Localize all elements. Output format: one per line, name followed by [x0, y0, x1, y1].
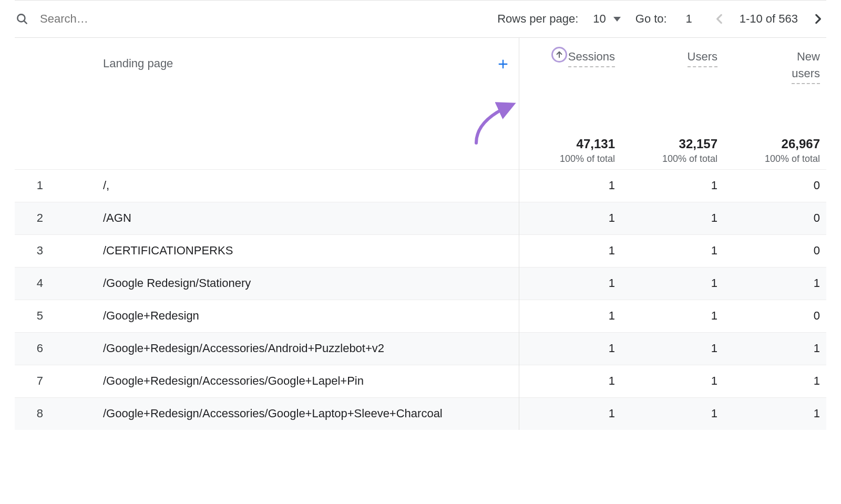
cell-users: 1	[621, 234, 724, 267]
landing-page-path[interactable]: /,	[56, 169, 519, 202]
next-page-button[interactable]	[809, 11, 826, 27]
table-row[interactable]: 4/Google Redesign/Stationery111	[15, 267, 826, 300]
search-icon[interactable]	[15, 12, 29, 26]
cell-users: 1	[621, 169, 724, 202]
cell-sessions: 1	[519, 169, 621, 202]
dropdown-icon	[613, 17, 621, 22]
table-row[interactable]: 3/CERTIFICATIONPERKS110	[15, 234, 826, 267]
table-toolbar: Rows per page: 10 Go to: 1-10 of 563	[15, 0, 826, 38]
cell-users: 1	[621, 332, 724, 365]
column-header-sessions-label: Sessions	[568, 48, 615, 67]
table-row[interactable]: 5/Google+Redesign110	[15, 300, 826, 332]
column-header-sessions[interactable]: Sessions	[519, 38, 621, 132]
cell-new-users: 0	[724, 202, 826, 234]
cell-new-users: 1	[724, 365, 826, 397]
landing-page-path[interactable]: /Google+Redesign/Accessories/Android+Puz…	[56, 332, 519, 365]
row-index: 1	[15, 169, 56, 202]
cell-new-users: 1	[724, 397, 826, 430]
cell-new-users: 0	[724, 234, 826, 267]
landing-page-path[interactable]: /Google Redesign/Stationery	[56, 267, 519, 300]
row-index: 2	[15, 202, 56, 234]
total-new-users: 26,967	[730, 137, 820, 151]
landing-page-path[interactable]: /Google+Redesign	[56, 300, 519, 332]
totals-row: 47,131100% of total32,157100% of total26…	[15, 132, 826, 169]
column-header-users-label: Users	[688, 48, 717, 67]
row-index: 5	[15, 300, 56, 332]
table-row[interactable]: 7/Google+Redesign/Accessories/Google+Lap…	[15, 365, 826, 397]
row-index: 4	[15, 267, 56, 300]
cell-sessions: 1	[519, 365, 621, 397]
cell-users: 1	[621, 397, 724, 430]
cell-sessions: 1	[519, 202, 621, 234]
rows-per-page-label: Rows per page:	[497, 12, 578, 26]
table-row[interactable]: 2/AGN110	[15, 202, 826, 234]
cell-new-users: 0	[724, 169, 826, 202]
svg-line-1	[24, 20, 26, 23]
cell-users: 1	[621, 202, 724, 234]
page-range-label: 1-10 of 563	[740, 12, 798, 26]
cell-users: 1	[621, 365, 724, 397]
landing-page-path[interactable]: /Google+Redesign/Accessories/Google+Lapt…	[56, 397, 519, 430]
goto-input[interactable]	[679, 12, 700, 26]
goto-label: Go to:	[635, 12, 667, 26]
row-index: 8	[15, 397, 56, 430]
cell-new-users: 1	[724, 332, 826, 365]
total-users: 32,157	[628, 137, 717, 151]
cell-sessions: 1	[519, 397, 621, 430]
cell-sessions: 1	[519, 267, 621, 300]
cell-users: 1	[621, 300, 724, 332]
landing-page-path[interactable]: /AGN	[56, 202, 519, 234]
column-header-users[interactable]: Users	[621, 38, 724, 132]
row-index: 7	[15, 365, 56, 397]
row-index: 3	[15, 234, 56, 267]
cell-users: 1	[621, 267, 724, 300]
landing-page-path[interactable]: /CERTIFICATIONPERKS	[56, 234, 519, 267]
rows-per-page-value: 10	[593, 12, 606, 26]
table-row[interactable]: 8/Google+Redesign/Accessories/Google+Lap…	[15, 397, 826, 430]
cell-new-users: 1	[724, 267, 826, 300]
dimension-header[interactable]: Landing page	[56, 38, 487, 132]
add-dimension-button[interactable]	[497, 56, 509, 73]
prev-page-button[interactable]	[711, 11, 728, 27]
row-index: 6	[15, 332, 56, 365]
search-input[interactable]	[39, 12, 488, 26]
table-header-row: Landing page Sessions	[15, 38, 826, 132]
total-sessions: 47,131	[526, 137, 616, 151]
landing-page-table: Landing page Sessions	[15, 38, 826, 430]
table-row[interactable]: 6/Google+Redesign/Accessories/Android+Pu…	[15, 332, 826, 365]
sort-ascending-icon	[551, 47, 567, 63]
landing-page-path[interactable]: /Google+Redesign/Accessories/Google+Lape…	[56, 365, 519, 397]
column-header-new-users-label: New users	[792, 48, 820, 84]
cell-sessions: 1	[519, 332, 621, 365]
table-row[interactable]: 1/,110	[15, 169, 826, 202]
column-header-new-users[interactable]: New users	[724, 38, 826, 132]
cell-new-users: 0	[724, 300, 826, 332]
rows-per-page-select[interactable]: 10	[590, 10, 623, 28]
cell-sessions: 1	[519, 234, 621, 267]
cell-sessions: 1	[519, 300, 621, 332]
